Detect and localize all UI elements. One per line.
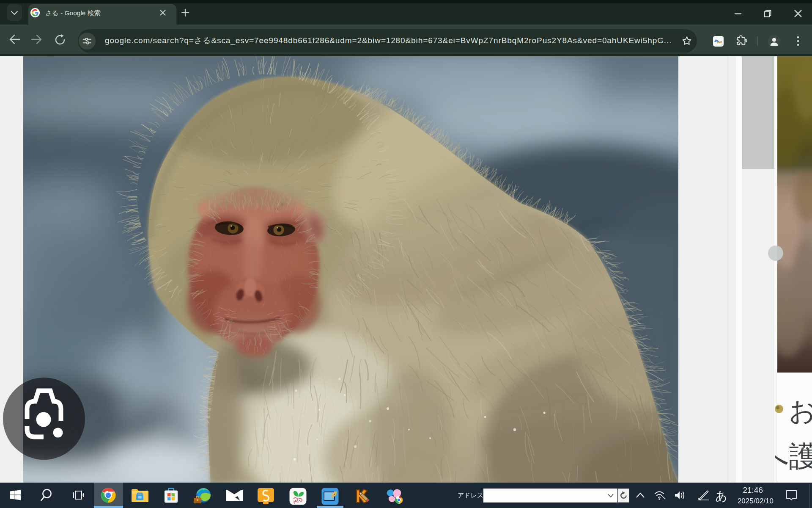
svg-text:お: お xyxy=(789,401,812,426)
svg-text:へ護: へ護 xyxy=(775,440,812,472)
